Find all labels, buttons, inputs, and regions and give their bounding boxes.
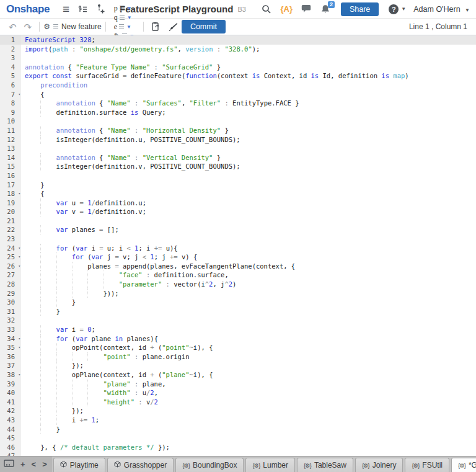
code-text: } xyxy=(21,307,476,316)
code-line[interactable]: 15isInteger(definition.v, POSITIVE_COUNT… xyxy=(0,162,476,171)
document-tab[interactable]: {⚙}Joinery xyxy=(355,458,403,472)
code-line[interactable]: 40"width" : u/2, xyxy=(0,388,476,398)
code-line[interactable]: 43i += 1; xyxy=(0,416,476,425)
fold-marker-icon[interactable]: ▾ xyxy=(18,343,20,352)
code-line[interactable]: 42}); xyxy=(0,406,476,416)
undo-icon[interactable]: ↶ xyxy=(9,22,17,32)
line-number: 1 xyxy=(0,35,21,45)
line-number: 39 xyxy=(0,380,21,389)
code-line[interactable]: 4annotation { "Feature Type Name" : "Sur… xyxy=(0,63,476,72)
code-line[interactable]: 38▾opPlane(context, id + ("plane"~i), { xyxy=(0,370,476,380)
code-line[interactable]: 2import(path : "onshape/std/geometry.fs"… xyxy=(0,45,476,54)
fs-notices-icon[interactable]: {A} xyxy=(280,4,293,14)
version-badge[interactable]: B3 xyxy=(237,6,245,13)
code-line[interactable]: 47 xyxy=(0,452,476,456)
search-icon[interactable] xyxy=(262,4,271,14)
code-line[interactable]: 24▾for (var i = u; i < 1; i += u){ xyxy=(0,244,476,253)
document-tab[interactable]: Grasshopper xyxy=(107,458,174,472)
document-tab[interactable]: {⚙}TableSaw xyxy=(297,458,353,472)
code-line[interactable]: 7▾{ xyxy=(0,90,476,99)
comments-icon[interactable] xyxy=(301,4,312,14)
code-line[interactable]: 25▾for (var j = v; j < 1; j += v) { xyxy=(0,252,476,262)
paste-icon[interactable] xyxy=(151,22,161,32)
code-line[interactable]: 22var planes = []; xyxy=(0,225,476,234)
hamburger-menu-icon[interactable]: ≡ xyxy=(63,3,69,15)
toolbar-dropdown-q[interactable]: q▼ xyxy=(114,13,135,22)
code-line[interactable]: 33var i = 0; xyxy=(0,325,476,334)
code-line[interactable]: 34▾for (var plane in planes){ xyxy=(0,334,476,344)
fold-marker-icon[interactable]: ▾ xyxy=(18,334,20,344)
manage-tabs-icon[interactable] xyxy=(4,460,14,470)
help-menu[interactable]: ? ▼ xyxy=(389,4,406,14)
onshape-logo[interactable]: Onshape xyxy=(6,3,50,16)
code-line[interactable]: 36"point" : plane.origin xyxy=(0,352,476,362)
code-line[interactable]: 29})); xyxy=(0,289,476,298)
add-tab-icon[interactable]: + xyxy=(20,460,25,468)
scroll-tabs-right-icon[interactable]: > xyxy=(42,460,47,468)
format-brush-icon[interactable] xyxy=(168,22,178,32)
user-menu[interactable]: Adam O'Hern ▼ xyxy=(413,5,470,14)
code-line[interactable]: 17} xyxy=(0,180,476,190)
code-line[interactable]: 13 xyxy=(0,144,476,153)
code-line[interactable]: 18▾{ xyxy=(0,189,476,198)
code-line[interactable]: 37}); xyxy=(0,361,476,370)
code-line[interactable]: 9definition.surface is Query; xyxy=(0,108,476,117)
notifications-icon[interactable]: 2 xyxy=(320,4,330,14)
code-line[interactable]: 1FeatureScript 328; xyxy=(0,35,476,45)
document-tab[interactable]: {⚙}BoundingBox xyxy=(175,458,244,472)
new-feature-button[interactable]: ⚙ New feature xyxy=(43,22,101,31)
code-editor[interactable]: 1FeatureScript 328;2import(path : "onsha… xyxy=(0,35,476,456)
code-line[interactable]: 8annotation { "Name" : "Surfaces", "Filt… xyxy=(0,99,476,108)
code-line[interactable]: 44} xyxy=(0,425,476,434)
code-line[interactable]: 14annotation { "Name" : "Vertical Densit… xyxy=(0,153,476,163)
code-line[interactable]: 46}, { /* default parameters */ }); xyxy=(0,443,476,452)
code-text: opPlane(context, id + ("plane"~i), { xyxy=(21,370,476,380)
versions-icon[interactable] xyxy=(78,5,88,14)
code-line[interactable]: 32 xyxy=(0,316,476,325)
document-tab[interactable]: {⚙}FSUtil xyxy=(405,458,449,472)
code-line[interactable]: 35▾opPoint(context, id + ("point"~i), { xyxy=(0,343,476,352)
document-tab[interactable]: {⚙}*GrasshopperFeatur... xyxy=(451,458,476,472)
snippet-lines-icon xyxy=(120,14,125,20)
code-line[interactable]: 31} xyxy=(0,307,476,316)
code-line[interactable]: 11annotation { "Name" : "Horizontal Dens… xyxy=(0,126,476,135)
fold-marker-icon[interactable]: ▾ xyxy=(18,370,20,380)
scroll-tabs-left-icon[interactable]: < xyxy=(32,460,37,468)
code-line[interactable]: 19var u = 1/definition.u; xyxy=(0,198,476,208)
fold-marker-icon[interactable]: ▾ xyxy=(18,90,20,99)
code-line[interactable]: 20var v = 1/definition.v; xyxy=(0,207,476,216)
fold-marker-icon[interactable]: ▾ xyxy=(18,262,20,271)
fold-marker-icon[interactable]: ▾ xyxy=(18,244,20,253)
code-line[interactable]: 6precondition xyxy=(0,81,476,90)
code-line[interactable]: 10 xyxy=(0,117,476,126)
redo-icon[interactable]: ↷ xyxy=(24,22,32,32)
code-line[interactable]: 30} xyxy=(0,298,476,307)
code-text xyxy=(21,216,476,226)
code-line[interactable]: 45 xyxy=(0,434,476,443)
code-line[interactable]: 21 xyxy=(0,216,476,226)
toolbar-dropdown-e[interactable]: e▼ xyxy=(114,22,135,32)
code-line[interactable]: 26▾planes = append(planes, evFaceTangent… xyxy=(0,262,476,271)
document-tab[interactable]: Playtime xyxy=(53,458,105,472)
code-line[interactable]: 23 xyxy=(0,234,476,244)
line-number: 22 xyxy=(0,225,21,234)
code-line[interactable]: 5export const surfaceGrid = defineFeatur… xyxy=(0,71,476,81)
code-line[interactable]: 3 xyxy=(0,53,476,63)
share-button[interactable]: Share xyxy=(341,2,379,16)
code-line[interactable]: 12isInteger(definition.u, POSITIVE_COUNT… xyxy=(0,135,476,145)
code-line[interactable]: 39"plane" : plane, xyxy=(0,380,476,389)
document-tab[interactable]: {⚙}Lumber xyxy=(245,458,295,472)
fold-marker-icon[interactable]: ▾ xyxy=(18,252,20,262)
code-line[interactable]: 16 xyxy=(0,171,476,180)
toolbar-dropdown-p[interactable]: p▼ xyxy=(114,4,135,13)
code-text: "width" : u/2, xyxy=(21,388,476,398)
part-studio-icon xyxy=(114,461,121,470)
commit-button[interactable]: Commit xyxy=(182,20,226,33)
code-line[interactable]: 27"face" : definition.surface, xyxy=(0,270,476,280)
code-text: for (var plane in planes){ xyxy=(21,334,476,344)
code-line[interactable]: 28"parameter" : vector(i^2, j^2) xyxy=(0,280,476,289)
fold-marker-icon[interactable]: ▾ xyxy=(18,189,20,198)
line-number: 45 xyxy=(0,434,21,443)
code-line[interactable]: 41"height" : v/2 xyxy=(0,398,476,407)
insert-element-icon[interactable] xyxy=(97,4,105,14)
